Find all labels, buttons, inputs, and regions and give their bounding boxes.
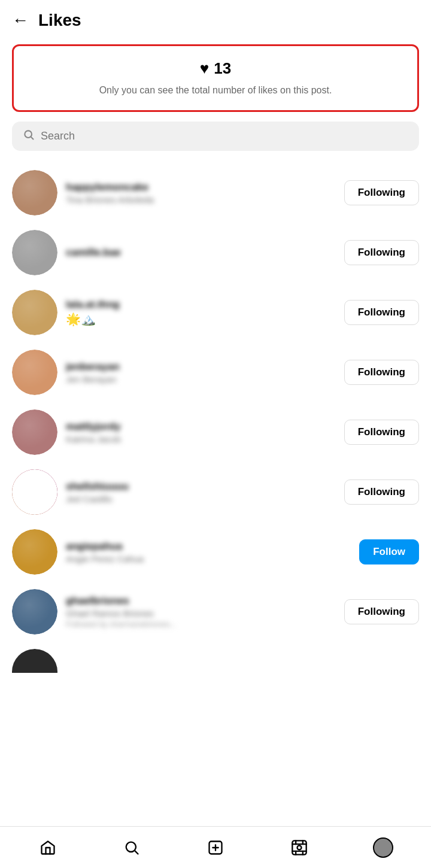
- search-bar: [12, 122, 419, 151]
- user-row-partial: [12, 642, 419, 676]
- following-button[interactable]: Following: [344, 300, 419, 325]
- user-info: ghaelbrionesGhael Ramos BrionesFollowed …: [66, 595, 336, 629]
- page-title: Likes: [38, 11, 81, 30]
- likes-count-row: ♥ 13: [32, 59, 399, 78]
- following-button[interactable]: Following: [344, 599, 419, 624]
- svg-line-1: [31, 137, 34, 139]
- nav-search[interactable]: [114, 833, 150, 863]
- bottom-nav: [0, 826, 431, 868]
- followed-by: Followed by sharmanebriones...: [66, 620, 336, 629]
- user-row: mattlyjordyKatrina JacobFollowing: [12, 402, 419, 462]
- svg-rect-7: [292, 840, 306, 854]
- username: ghaelbriones: [66, 595, 336, 607]
- user-row: happylemoncakeTina Briones ArboledaFollo…: [12, 163, 419, 223]
- username: mattlyjordy: [66, 421, 336, 433]
- avatar[interactable]: [12, 170, 57, 216]
- following-button[interactable]: Following: [344, 180, 419, 205]
- display-name: Jed Castillo: [66, 494, 336, 504]
- search-input[interactable]: [41, 130, 408, 142]
- nav-add[interactable]: [198, 833, 233, 863]
- following-button[interactable]: Following: [344, 479, 419, 505]
- svg-point-8: [298, 845, 302, 849]
- user-row: lala.at.thng🌟🏔️Following: [12, 283, 419, 342]
- username: jenberayan: [66, 361, 336, 373]
- emoji-row: 🌟🏔️: [66, 312, 336, 326]
- following-button[interactable]: Following: [344, 240, 419, 265]
- avatar[interactable]: [12, 230, 57, 275]
- username: shellshiuuuu: [66, 481, 336, 493]
- user-row: shellshiuuuuJed CastilloFollowing: [12, 462, 419, 522]
- user-info: lala.at.thng🌟🏔️: [66, 299, 336, 326]
- svg-line-3: [135, 851, 138, 854]
- search-icon: [23, 129, 35, 144]
- user-info: mattlyjordyKatrina Jacob: [66, 421, 336, 444]
- display-name: Tina Briones Arboleda: [66, 195, 336, 205]
- username: angiepahua: [66, 541, 351, 553]
- username: camille.bae: [66, 247, 336, 259]
- likes-subtitle: Only you can see the total number of lik…: [32, 84, 399, 97]
- username: happylemoncake: [66, 181, 336, 193]
- likes-banner: ♥ 13 Only you can see the total number o…: [12, 44, 419, 112]
- username: lala.at.thng: [66, 299, 336, 311]
- svg-point-2: [126, 842, 136, 851]
- follow-button[interactable]: Follow: [359, 539, 419, 564]
- user-info: shellshiuuuuJed Castillo: [66, 481, 336, 504]
- avatar[interactable]: [12, 589, 57, 635]
- user-row: camille.baeFollowing: [12, 223, 419, 283]
- nav-home[interactable]: [30, 833, 66, 863]
- header: ← Likes: [0, 0, 431, 38]
- user-row: angiepahuaAngie Perez CahuaFollow: [12, 522, 419, 582]
- avatar[interactable]: [12, 469, 57, 515]
- likes-number: 13: [214, 59, 231, 78]
- back-button[interactable]: ←: [12, 11, 29, 30]
- user-info: angiepahuaAngie Perez Cahua: [66, 541, 351, 564]
- user-info: camille.bae: [66, 247, 336, 259]
- display-name: Katrina Jacob: [66, 434, 336, 444]
- user-row: ghaelbrionesGhael Ramos BrionesFollowed …: [12, 582, 419, 642]
- following-button[interactable]: Following: [344, 360, 419, 385]
- nav-profile[interactable]: [365, 833, 401, 863]
- display-name: Angie Perez Cahua: [66, 554, 351, 564]
- profile-avatar: [373, 837, 393, 858]
- user-list: happylemoncakeTina Briones ArboledaFollo…: [0, 163, 431, 676]
- avatar[interactable]: [12, 409, 57, 455]
- user-info: happylemoncakeTina Briones Arboleda: [66, 181, 336, 205]
- avatar[interactable]: [12, 350, 57, 395]
- user-row: jenberayanJen BerayanFollowing: [12, 342, 419, 402]
- following-button[interactable]: Following: [344, 420, 419, 445]
- avatar[interactable]: [12, 529, 57, 575]
- display-name: Jen Berayan: [66, 374, 336, 384]
- display-name: Ghael Ramos Briones: [66, 608, 336, 618]
- user-info: jenberayanJen Berayan: [66, 361, 336, 384]
- avatar[interactable]: [12, 290, 57, 335]
- heart-icon: ♥: [200, 59, 209, 78]
- nav-reels[interactable]: [281, 833, 317, 863]
